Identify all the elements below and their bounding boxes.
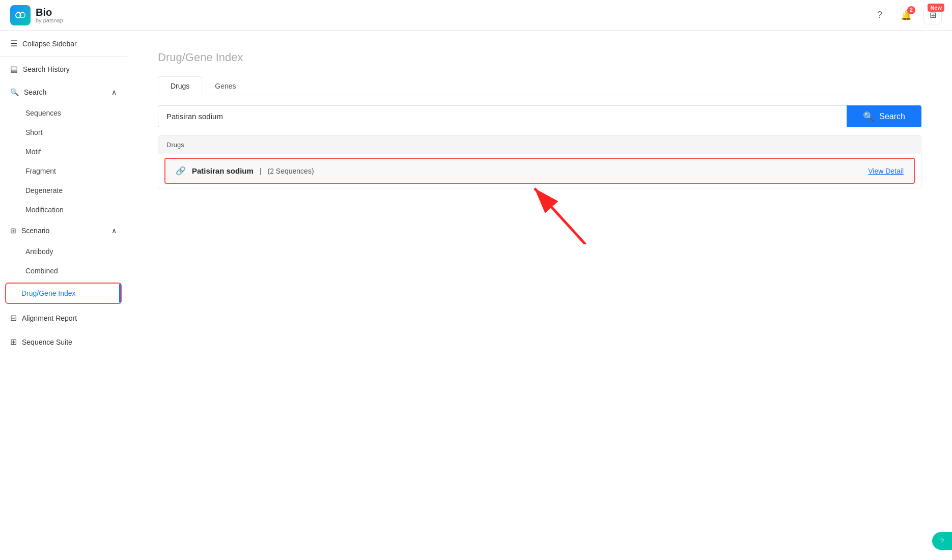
help-button[interactable]: ? [871, 6, 889, 24]
main-content: Drug/Gene Index Drugs Genes 🔍 Search Dru… [127, 31, 952, 560]
search-input[interactable] [158, 105, 847, 127]
scenario-icon: ⊞ [10, 227, 16, 235]
notification-button[interactable]: 🔔 2 [897, 6, 915, 24]
sidebar-item-search-history[interactable]: ▤ Search History [0, 57, 127, 81]
tab-bar: Drugs Genes [158, 76, 921, 95]
search-bar-row: 🔍 Search [158, 105, 921, 127]
arrow-container [158, 188, 921, 255]
search-section-icon: 🔍 [10, 88, 19, 96]
app-header: Bio by patsnap ? 🔔 2 New ⊞ [0, 0, 952, 31]
scenario-label: Scenario [21, 227, 49, 235]
header-icons: ? 🔔 2 New ⊞ [871, 6, 942, 24]
new-badge: New [928, 4, 944, 12]
logo: Bio by patsnap [10, 5, 63, 25]
search-history-icon: ▤ [10, 64, 18, 74]
apps-button[interactable]: New ⊞ [923, 6, 942, 24]
sidebar-section-search[interactable]: 🔍 Search ∧ [0, 81, 127, 103]
drug-gene-active-box: Drug/Gene Index [5, 283, 122, 304]
chevron-up-icon: ∧ [111, 88, 117, 96]
result-item-icon: 🔗 [176, 166, 186, 176]
sidebar-item-short[interactable]: Short [0, 123, 127, 142]
tab-drugs[interactable]: Drugs [158, 76, 202, 95]
sidebar-section-scenario[interactable]: ⊞ Scenario ∧ [0, 219, 127, 242]
collapse-sidebar-button[interactable]: ☰ Collapse Sidebar [0, 31, 127, 57]
collapse-icon: ☰ [10, 39, 17, 48]
alignment-icon: ⊟ [10, 313, 17, 323]
sidebar: ☰ Collapse Sidebar ▤ Search History 🔍 Se… [0, 31, 127, 560]
sidebar-item-degenerate[interactable]: Degenerate [0, 181, 127, 200]
sidebar-item-antibody[interactable]: Antibody [0, 242, 127, 261]
red-arrow-svg [514, 178, 606, 244]
result-separator: | [260, 167, 262, 175]
logo-icon [10, 5, 31, 25]
alignment-label: Alignment Report [22, 314, 77, 322]
support-button[interactable]: ? [932, 532, 952, 550]
sidebar-item-sequences[interactable]: Sequences [0, 103, 127, 123]
search-icon: 🔍 [863, 111, 874, 122]
logo-sub: by patsnap [36, 17, 63, 23]
result-count: (2 Sequences) [268, 167, 314, 175]
logo-title: Bio [36, 7, 63, 17]
sidebar-item-drug-gene-index[interactable]: Drug/Gene Index [6, 284, 121, 303]
main-layout: ☰ Collapse Sidebar ▤ Search History 🔍 Se… [0, 31, 952, 560]
support-icon: ? [940, 537, 944, 545]
results-header: Drugs [158, 136, 921, 154]
sidebar-item-sequence-suite[interactable]: ⊞ Sequence Suite [0, 330, 127, 354]
sidebar-item-modification[interactable]: Modification [0, 200, 127, 219]
sidebar-item-alignment-report[interactable]: ⊟ Alignment Report [0, 306, 127, 330]
sidebar-item-combined[interactable]: Combined [0, 261, 127, 281]
search-button[interactable]: 🔍 Search [847, 105, 921, 127]
sidebar-item-fragment[interactable]: Fragment [0, 161, 127, 181]
sidebar-item-motif[interactable]: Motif [0, 142, 127, 161]
notification-badge: 2 [907, 6, 915, 14]
search-history-label: Search History [23, 65, 70, 73]
svg-line-3 [535, 188, 585, 244]
search-btn-label: Search [879, 112, 905, 121]
sequence-suite-icon: ⊞ [10, 337, 17, 347]
logo-text: Bio by patsnap [36, 7, 63, 23]
result-name: Patisiran sodium [192, 166, 254, 175]
page-title: Drug/Gene Index [158, 51, 921, 64]
chevron-up-icon-2: ∧ [111, 227, 117, 235]
tab-genes[interactable]: Genes [202, 76, 248, 95]
collapse-sidebar-label: Collapse Sidebar [22, 40, 77, 48]
sequence-suite-label: Sequence Suite [22, 338, 72, 346]
view-detail-link[interactable]: View Detail [868, 167, 904, 175]
search-section-label: Search [24, 88, 46, 96]
